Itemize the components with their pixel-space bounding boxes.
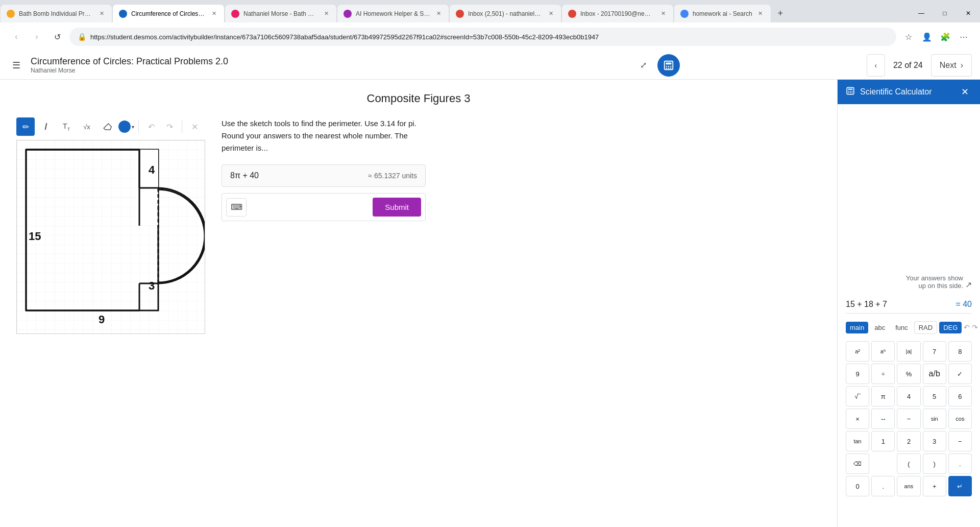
key-a2[interactable]: a² [846, 341, 869, 362]
keyboard-button[interactable]: ⌨ [226, 198, 247, 217]
key-0[interactable]: 0 [846, 476, 869, 496]
key-enter[interactable]: ↵ [948, 476, 972, 496]
tab-1-favicon [7, 10, 15, 18]
address-bar[interactable]: 🔒 https://student.desmos.com/activitybui… [69, 28, 896, 46]
separator-1 [138, 121, 139, 133]
key-sqrt-check[interactable]: ✓ [948, 364, 972, 384]
svg-rect-2 [666, 65, 668, 66]
close-button[interactable]: ✕ [957, 4, 980, 22]
calculator-close-button[interactable]: ✕ [958, 85, 972, 99]
mode-deg[interactable]: DEG [939, 322, 962, 333]
pencil-tool[interactable]: ✏ [16, 117, 35, 136]
drawing-container: ✏ / TT √x [16, 117, 205, 334]
key-div[interactable]: ÷ [871, 364, 895, 384]
profile-button[interactable]: 👤 [919, 29, 935, 45]
calculator-toggle-button[interactable] [657, 54, 680, 77]
tab-func[interactable]: func [891, 322, 912, 333]
key-6[interactable]: 6 [948, 386, 972, 406]
calc-hint-area: Your answers show up on this side. ↗ [846, 112, 972, 296]
submit-button[interactable]: Submit [373, 198, 421, 217]
key-9[interactable]: 9 [846, 364, 869, 384]
key-2[interactable]: 2 [897, 431, 920, 451]
tab-5[interactable]: Inbox (2,501) - nathanielmorse... ✕ [449, 4, 561, 22]
text-tool[interactable]: TT [57, 117, 76, 136]
key-sqrt[interactable]: √‾ [846, 386, 869, 406]
maximize-button[interactable]: □ [933, 4, 957, 22]
tab-1-close[interactable]: ✕ [97, 10, 106, 18]
hamburger-menu[interactable]: ☰ [8, 57, 24, 74]
undo-button[interactable]: ↶ [143, 118, 159, 135]
color-dot[interactable] [118, 121, 131, 133]
new-tab-button[interactable]: + [771, 4, 790, 22]
hint-arrow-icon: ↗ [965, 280, 972, 290]
tab-4[interactable]: AI Homework Helper & Solver... ✕ [337, 4, 449, 22]
key-4[interactable]: 4 [897, 386, 920, 406]
key-abs[interactable]: |a| [897, 341, 920, 362]
key-3[interactable]: 3 [923, 431, 946, 451]
tab-main[interactable]: main [846, 322, 868, 333]
key-ab[interactable]: aᵇ [871, 341, 895, 362]
refresh-button[interactable]: ↺ [49, 29, 65, 45]
key-frac[interactable]: a/b [923, 364, 946, 384]
key-8[interactable]: 8 [948, 341, 972, 362]
key-arrows[interactable]: ↔ [871, 409, 895, 429]
key-7[interactable]: 7 [923, 341, 946, 362]
redo-button[interactable]: ↷ [161, 118, 178, 135]
color-dropdown-icon[interactable]: ▾ [132, 124, 134, 130]
key-dot[interactable]: . [948, 453, 972, 474]
eraser-tool[interactable] [98, 117, 116, 136]
key-sin[interactable]: sin [923, 409, 946, 429]
tab-4-close[interactable]: ✕ [434, 10, 443, 18]
tab-2-close[interactable]: ✕ [210, 10, 218, 18]
key-tan[interactable]: tan [846, 431, 869, 451]
problem-text: Use the sketch tools to find the perimet… [222, 117, 426, 154]
grid-canvas[interactable]: 4 4 15 3 9 [16, 140, 205, 334]
tab-7-close[interactable]: ✕ [756, 10, 765, 18]
key-1[interactable]: 1 [871, 431, 895, 451]
key-cos[interactable]: cos [948, 409, 972, 429]
forward-button[interactable]: › [29, 29, 45, 45]
key-percent[interactable]: % [897, 364, 920, 384]
key-del[interactable]: ⌫ [846, 453, 869, 474]
extensions-button[interactable]: 🧩 [937, 29, 953, 45]
svg-rect-29 [850, 91, 851, 92]
key-lparen[interactable]: ( [897, 453, 920, 474]
previous-button[interactable]: ‹ [867, 54, 885, 77]
minimize-button[interactable]: — [910, 4, 933, 22]
clear-button[interactable]: ✕ [186, 118, 203, 135]
more-button[interactable]: ⋯ [955, 29, 972, 45]
bookmark-button[interactable]: ☆ [900, 29, 917, 45]
key-mul[interactable]: × [846, 409, 869, 429]
tab-1[interactable]: Bath Bomb Individual Practice... ✕ [0, 4, 112, 22]
tab-6-close[interactable]: ✕ [659, 10, 667, 18]
calc-redo-button[interactable]: ↷ [972, 320, 978, 334]
text-tool-label: TT [63, 122, 70, 132]
calc-undo-button[interactable]: ↶ [964, 320, 970, 334]
header-center: ⤢ [449, 54, 867, 77]
mode-rad[interactable]: RAD [914, 321, 937, 334]
color-picker[interactable]: ▾ [118, 121, 134, 133]
tab-3-close[interactable]: ✕ [322, 10, 330, 18]
key-neg[interactable]: − [897, 409, 920, 429]
tab-5-close[interactable]: ✕ [547, 10, 555, 18]
line-tool[interactable]: / [37, 117, 55, 136]
key-dot2[interactable]: . [871, 476, 895, 496]
key-ans[interactable]: ans [897, 476, 920, 496]
expand-button[interactable]: ⤢ [635, 57, 651, 74]
tab-6[interactable]: Inbox - 201700190@newton.k... ✕ [561, 4, 674, 22]
calculator-panel: Scientific Calculator ✕ Your answers sho… [837, 80, 980, 527]
key-pi[interactable]: π [871, 386, 895, 406]
key-rparen[interactable]: ) [923, 453, 946, 474]
back-button[interactable]: ‹ [8, 29, 24, 45]
next-button[interactable]: Next › [931, 54, 972, 77]
tab-7[interactable]: homework ai - Search ✕ [674, 4, 771, 22]
math-tool[interactable]: √x [78, 117, 96, 136]
tab-3[interactable]: Nathaniel Morse - Bath Bomb... ✕ [225, 4, 337, 22]
math-tool-label: √x [83, 123, 90, 131]
answer-input-row: ⌨ Submit [222, 193, 426, 221]
tab-abc[interactable]: abc [870, 322, 889, 333]
tab-2[interactable]: Circumference of Circles: Pract... ✕ [112, 4, 225, 22]
key-plus[interactable]: + [923, 476, 946, 496]
key-minus[interactable]: − [948, 431, 972, 451]
key-5[interactable]: 5 [923, 386, 946, 406]
